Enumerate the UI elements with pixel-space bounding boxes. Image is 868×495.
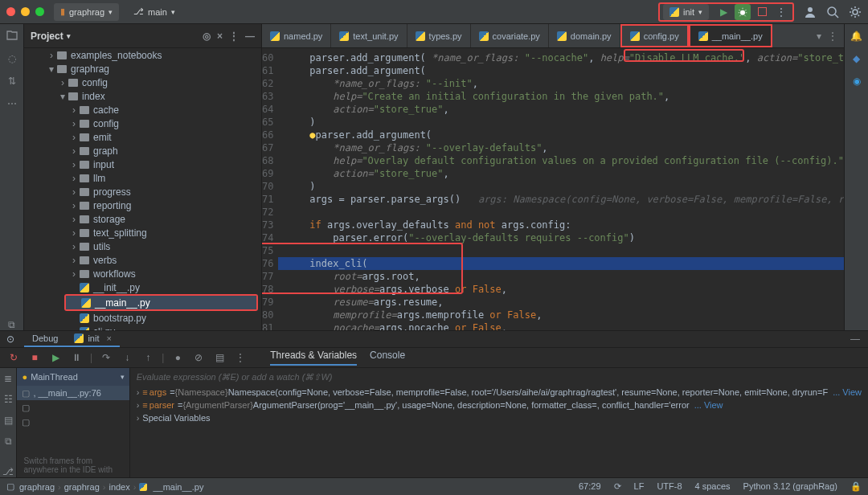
console-tab[interactable]: Console — [370, 350, 405, 366]
vcs-icon[interactable]: ⎇ — [2, 466, 14, 477]
expand-icon[interactable]: › — [137, 387, 140, 397]
stack-frame[interactable]: ▢ — [17, 415, 129, 429]
line-ending[interactable]: LF — [634, 481, 645, 492]
ai-icon[interactable]: ◆ — [853, 53, 860, 64]
threads-vars-tab[interactable]: Threads & Variables — [270, 350, 357, 366]
collapse-icon[interactable]: × — [217, 31, 223, 42]
branch-chip[interactable]: ⎇ main ▾ — [127, 3, 182, 21]
step-into-icon[interactable]: ↓ — [120, 350, 134, 365]
tree-twisty-icon[interactable]: › — [69, 186, 79, 198]
tree-twisty-icon[interactable]: › — [69, 200, 79, 211]
code-editor[interactable]: 6061626364656667686970717273747576777879… — [262, 48, 844, 330]
folder-node[interactable]: ›progress — [24, 185, 261, 198]
folder-node[interactable]: ›input — [24, 158, 261, 171]
code-line[interactable]: ) — [278, 116, 844, 129]
stack-frame[interactable]: ▢ — [17, 400, 129, 415]
debug-toolwindow-tab[interactable]: Debug — [24, 331, 66, 347]
folder-node[interactable]: ▾index — [24, 89, 261, 103]
tab-list-icon[interactable]: ▾ — [817, 31, 821, 42]
folder-node[interactable]: ›workflows — [24, 267, 261, 280]
folder-node[interactable]: ▾graphrag — [24, 62, 261, 76]
folder-node[interactable]: ›text_splitting — [24, 226, 261, 239]
folder-node[interactable]: ›llm — [24, 171, 261, 185]
variable-row[interactable]: ›Special Variables — [130, 411, 868, 424]
tree-twisty-icon[interactable]: › — [69, 268, 79, 280]
code-line[interactable]: *name_or_flags: "--overlay-defaults", — [278, 141, 844, 154]
editor-tab[interactable]: domain.py — [549, 24, 620, 47]
home-icon[interactable]: ▢ — [6, 481, 14, 492]
tree-twisty-icon[interactable]: ▾ — [58, 91, 68, 102]
settings-icon[interactable]: ▤ — [212, 350, 227, 365]
terminal-icon[interactable]: ⧉ — [5, 436, 12, 447]
breadcrumb-item[interactable]: index — [108, 482, 129, 492]
git-status-icon[interactable]: ⟳ — [614, 481, 621, 492]
notifications-icon[interactable]: 🔔 — [850, 31, 862, 42]
structure-icon[interactable]: ⧉ — [8, 319, 15, 330]
database-icon[interactable]: ◉ — [853, 76, 861, 87]
tree-twisty-icon[interactable]: › — [47, 50, 56, 61]
code-line[interactable]: help="Create an initial configuration in… — [278, 90, 844, 103]
thread-selector[interactable]: ● MainThread ▾ — [17, 368, 129, 386]
editor-tab[interactable]: config.py — [620, 24, 689, 47]
folder-node[interactable]: ›graph — [24, 144, 261, 158]
stop-button[interactable] — [754, 4, 770, 20]
more-icon[interactable]: ⋮ — [828, 31, 837, 42]
variable-row[interactable]: ›≡parser = {ArgumentParser} ArgumentPars… — [130, 399, 868, 411]
tree-twisty-icon[interactable]: › — [69, 214, 79, 225]
folder-node[interactable]: ›emit — [24, 130, 261, 144]
code-line[interactable] — [278, 206, 844, 219]
caret-position[interactable]: 67:29 — [579, 481, 601, 492]
tree-twisty-icon[interactable]: › — [69, 132, 79, 143]
hide-icon[interactable]: — — [245, 31, 255, 42]
code-line[interactable]: parser.add_argument( *name_or_flags: "--… — [278, 51, 844, 64]
variable-row[interactable]: ›≡args = {Namespace} Namespace(config=No… — [130, 386, 868, 399]
file-node[interactable]: bootstrap.py — [24, 311, 261, 325]
folder-node[interactable]: ›config — [24, 117, 261, 130]
more-icon[interactable]: ⋯ — [7, 98, 17, 109]
target-icon[interactable]: ◎ — [203, 31, 211, 42]
view-link[interactable]: ... View — [690, 400, 723, 410]
tree-twisty-icon[interactable]: › — [69, 104, 79, 116]
folder-node[interactable]: ›cache — [24, 103, 261, 117]
tree-twisty-icon[interactable]: › — [69, 227, 79, 239]
editor-tab[interactable]: named.py — [262, 24, 331, 47]
folder-node[interactable]: ›storage — [24, 212, 261, 226]
debug-icon[interactable]: ⊙ — [6, 333, 14, 345]
rerun-icon[interactable]: ↻ — [6, 350, 21, 365]
more-icon[interactable]: ⋮ — [229, 31, 239, 42]
folder-node[interactable]: ›utils — [24, 239, 261, 253]
editor-tab[interactable]: types.py — [407, 24, 471, 47]
hide-panel-icon[interactable]: — — [842, 333, 868, 345]
search-icon[interactable] — [826, 6, 839, 18]
minimize-dot[interactable] — [21, 7, 30, 16]
debug-button[interactable] — [735, 4, 751, 20]
file-node[interactable]: cli.py — [24, 325, 261, 330]
file-node[interactable]: __main__.py — [66, 296, 256, 309]
evaluate-input[interactable]: Evaluate expression (⌘E) or add a watch … — [130, 368, 868, 386]
more-run-icon[interactable]: ⋮ — [773, 4, 789, 20]
editor-tab[interactable]: covariate.py — [471, 24, 549, 47]
more-icon[interactable]: ⋮ — [233, 350, 248, 365]
stop-icon[interactable]: ■ — [27, 350, 42, 365]
breadcrumb[interactable]: graphrag›graphrag›index›__main__.py — [19, 482, 203, 492]
code-line[interactable]: nocache=args.nocache or False, — [278, 321, 844, 330]
code-line[interactable]: action="store_true", — [278, 167, 844, 180]
close-dot[interactable] — [6, 7, 15, 16]
folder-node[interactable]: ›reporting — [24, 198, 261, 212]
settings-icon[interactable] — [849, 6, 862, 18]
breadcrumb-item[interactable]: __main__.py — [153, 482, 203, 492]
code-line[interactable]: ) — [278, 180, 844, 193]
encoding[interactable]: UTF-8 — [657, 481, 682, 492]
user-icon[interactable] — [804, 6, 817, 18]
tree-twisty-icon[interactable]: ▾ — [47, 63, 56, 75]
layers-icon[interactable]: ≣ — [4, 373, 12, 384]
code-line[interactable]: help="Overlay default configuration valu… — [278, 154, 844, 167]
run-config-selector[interactable]: init ▾ — [663, 4, 709, 20]
code-body[interactable]: ▲1 ⌄1 ⌃ ⌄ parser.add_argument( *name_or_… — [278, 48, 844, 330]
breadcrumb-item[interactable]: graphrag — [64, 482, 100, 492]
tree-twisty-icon[interactable]: › — [69, 118, 79, 129]
interpreter[interactable]: Python 3.12 (graphRag) — [743, 481, 837, 492]
filter-icon[interactable]: ▤ — [4, 415, 13, 426]
expand-icon[interactable]: › — [137, 413, 140, 423]
folder-node[interactable]: ›examples_notebooks — [24, 48, 261, 62]
